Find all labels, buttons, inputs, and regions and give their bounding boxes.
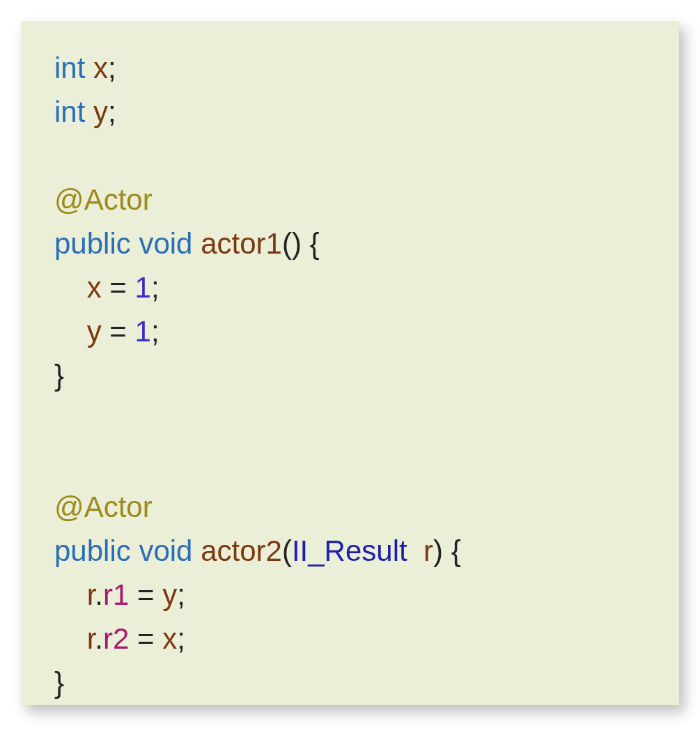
code-line: r.r1 = y; xyxy=(54,573,650,617)
code-token xyxy=(54,271,87,304)
code-line: y = 1; xyxy=(54,309,650,353)
code-token: r2 xyxy=(103,622,129,655)
code-token: 1 xyxy=(135,271,151,304)
code-line: x = 1; xyxy=(54,265,650,309)
code-line: @Actor xyxy=(54,485,650,529)
code-token: ; xyxy=(177,622,185,655)
code-token: ; xyxy=(177,578,185,611)
code-token xyxy=(85,95,93,128)
code-token: x xyxy=(87,271,102,304)
code-token: = xyxy=(102,315,135,348)
code-token: . xyxy=(95,578,103,611)
code-token: x xyxy=(93,52,108,84)
code-token: = xyxy=(102,271,135,304)
code-token: ) xyxy=(433,534,443,567)
code-line: public void actor2(II_Result r) { xyxy=(54,529,650,573)
code-token: ; xyxy=(108,95,116,128)
code-token: ; xyxy=(151,271,160,304)
code-token: r xyxy=(423,534,433,567)
code-line: } xyxy=(54,353,650,397)
screenshot-wrap: int x;int y; @Actorpublic void actor1() … xyxy=(0,0,700,733)
code-line: r.r2 = x; xyxy=(54,617,650,661)
code-token xyxy=(192,227,201,260)
code-token: x xyxy=(162,622,177,655)
code-token xyxy=(407,534,423,567)
code-token: @Actor xyxy=(54,491,153,523)
code-line: int y; xyxy=(54,90,650,134)
code-line xyxy=(54,134,650,178)
code-token: public xyxy=(54,227,131,260)
code-token: void xyxy=(139,227,192,260)
code-token xyxy=(85,52,93,84)
code-token xyxy=(54,622,87,655)
code-token: 1 xyxy=(135,315,151,348)
code-token: r xyxy=(87,578,95,611)
code-token: { xyxy=(302,227,320,260)
code-token xyxy=(131,534,139,567)
code-token: { xyxy=(443,534,461,567)
code-token: r1 xyxy=(103,578,129,611)
code-token xyxy=(131,227,139,260)
code-token: actor1 xyxy=(201,227,282,260)
code-token: int xyxy=(54,95,85,128)
code-panel: int x;int y; @Actorpublic void actor1() … xyxy=(21,21,679,705)
code-token: = xyxy=(129,578,162,611)
code-line: int x; xyxy=(54,46,650,90)
code-token: . xyxy=(95,622,103,655)
code-token: int xyxy=(54,52,85,84)
code-token: actor2 xyxy=(201,534,282,567)
code-line: @Actor xyxy=(54,178,650,222)
code-token: ( xyxy=(282,534,292,567)
code-token: ; xyxy=(108,52,116,84)
code-token xyxy=(192,534,201,567)
code-token xyxy=(54,315,87,348)
code-line: } xyxy=(54,661,650,704)
code-token: II_Result xyxy=(292,534,407,567)
code-line xyxy=(54,397,650,441)
code-token: = xyxy=(129,622,162,655)
code-token: @Actor xyxy=(54,183,153,216)
code-token: y xyxy=(87,315,102,348)
code-line: public void actor1() { xyxy=(54,222,650,265)
code-line xyxy=(54,441,650,485)
code-token: void xyxy=(139,534,192,567)
code-token: ; xyxy=(151,315,160,348)
code-token: } xyxy=(54,359,64,392)
code-token xyxy=(54,578,87,611)
code-token: r xyxy=(87,622,95,655)
code-token: public xyxy=(54,534,131,567)
code-token: y xyxy=(93,95,108,128)
code-token: } xyxy=(54,666,64,699)
code-token: () xyxy=(282,227,302,260)
code-token: y xyxy=(162,578,177,611)
